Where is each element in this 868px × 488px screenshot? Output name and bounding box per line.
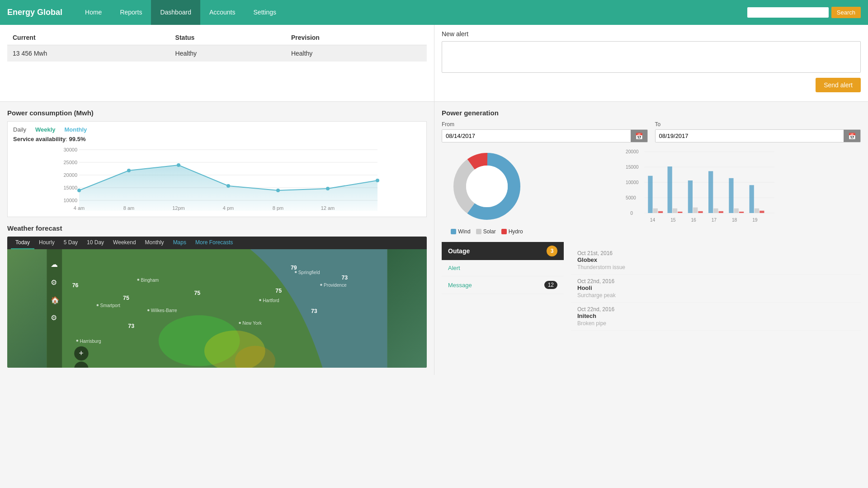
svg-text:14: 14: [650, 218, 656, 223]
svg-rect-92: [760, 211, 764, 213]
svg-rect-87: [729, 178, 733, 213]
incident-1-date: Oct 21st, 2016: [577, 250, 854, 256]
svg-point-16: [326, 187, 330, 190]
svg-text:Wilkes-Barre: Wilkes-Barre: [151, 308, 177, 313]
solar-label: Solar: [483, 228, 496, 235]
svg-point-42: [76, 340, 78, 341]
legend-solar: Solar: [476, 228, 496, 235]
svg-text:⚙: ⚙: [51, 279, 57, 286]
gen-charts-row: Wind Solar Hydro: [442, 148, 861, 235]
svg-point-38: [97, 304, 99, 306]
svg-point-40: [147, 309, 149, 311]
weather-tab-today[interactable]: Today: [11, 237, 34, 249]
weather-tab-monthly[interactable]: Monthly: [141, 237, 169, 249]
send-alert-button[interactable]: Send alert: [816, 78, 861, 92]
svg-point-14: [226, 184, 230, 188]
weather-map: Today Hourly 5 Day 10 Day Weekend Monthl…: [7, 237, 427, 368]
from-date-wrap: 📅: [442, 129, 648, 142]
incident-item-2: Oct 22nd, 2016 Hooli Surcharge peak: [571, 275, 861, 303]
weather-tab-10day[interactable]: 10 Day: [82, 237, 108, 249]
current-col-header: Current: [7, 30, 170, 45]
svg-text:🏠: 🏠: [51, 296, 60, 304]
outage-count-badge: 3: [547, 246, 557, 256]
svg-text:75: 75: [123, 295, 129, 301]
svg-text:12 am: 12 am: [321, 205, 335, 211]
status-col-header: Status: [170, 30, 286, 45]
svg-text:−: −: [79, 365, 83, 368]
weather-tab-more[interactable]: More Forecasts: [191, 237, 237, 249]
weather-tab-hourly[interactable]: Hourly: [34, 237, 59, 249]
status-section: Current Status Prevision 13 456 Mwh Heal…: [0, 25, 434, 101]
weather-tab-maps[interactable]: Maps: [169, 237, 191, 249]
svg-rect-75: [648, 176, 652, 213]
legend-hydro: Hydro: [501, 228, 523, 235]
incident-item-1: Oct 21st, 2016 Globex Thunderstorm issue: [571, 246, 861, 275]
svg-text:⚙: ⚙: [51, 314, 57, 322]
to-date-input[interactable]: [656, 130, 844, 142]
bar-chart: 20000 15000 10000 5000 0: [539, 148, 861, 229]
nav-link-dashboard[interactable]: Dashboard: [151, 0, 200, 25]
search-bar: Search: [747, 7, 861, 18]
consumption-chart: 30000 25000 20000 15000 10000: [36, 145, 421, 211]
weather-title: Weather forecast: [7, 224, 427, 232]
svg-rect-76: [653, 208, 658, 213]
weather-toolbar: Today Hourly 5 Day 10 Day Weekend Monthl…: [7, 237, 427, 249]
nav-links: Home Reports Dashboard Accounts Settings: [76, 0, 285, 25]
hydro-color: [501, 229, 507, 234]
brand-logo: Energy Global: [7, 8, 62, 17]
svg-text:12pm: 12pm: [172, 205, 185, 211]
donut-legend: Wind Solar Hydro: [451, 228, 523, 235]
svg-text:8 am: 8 am: [123, 205, 134, 211]
new-alert-label: New alert: [442, 30, 861, 38]
bar-chart-wrap: 20000 15000 10000 5000 0: [539, 148, 861, 235]
svg-text:20000: 20000: [63, 172, 77, 178]
outage-alert-row[interactable]: Alert: [442, 260, 564, 276]
svg-point-11: [77, 189, 81, 192]
nav-link-home[interactable]: Home: [76, 0, 111, 25]
incident-1-name: Globex: [577, 256, 854, 263]
incident-list: Oct 21st, 2016 Globex Thunderstorm issue…: [571, 242, 861, 335]
tab-weekly[interactable]: Weekly: [35, 126, 56, 133]
from-date-input[interactable]: [442, 130, 631, 142]
service-avail-label: Service availability: [13, 136, 66, 142]
to-calendar-button[interactable]: 📅: [844, 130, 860, 142]
from-calendar-button[interactable]: 📅: [631, 130, 647, 142]
svg-rect-89: [739, 212, 744, 213]
svg-point-12: [127, 169, 131, 172]
search-input[interactable]: [747, 7, 829, 18]
donut-chart-wrap: Wind Solar Hydro: [442, 148, 532, 235]
from-date-field: From 📅: [442, 121, 648, 142]
incident-2-desc: Surcharge peak: [577, 292, 854, 298]
prevision-value: Healthy: [286, 45, 427, 62]
nav-link-reports[interactable]: Reports: [111, 0, 151, 25]
tab-daily[interactable]: Daily: [13, 126, 26, 133]
nav-link-settings[interactable]: Settings: [245, 0, 286, 25]
from-label: From: [442, 121, 648, 128]
svg-point-15: [276, 189, 280, 192]
svg-text:75: 75: [194, 290, 200, 296]
svg-text:8 pm: 8 pm: [273, 205, 283, 211]
to-date-wrap: 📅: [655, 129, 861, 142]
svg-text:19: 19: [752, 218, 758, 223]
svg-text:17: 17: [712, 218, 717, 223]
svg-rect-91: [755, 208, 759, 213]
svg-text:0: 0: [630, 211, 633, 216]
svg-point-64: [466, 166, 508, 207]
weather-tab-5day[interactable]: 5 Day: [59, 237, 82, 249]
outage-message-row[interactable]: Message 12: [442, 276, 564, 294]
nav-link-accounts[interactable]: Accounts: [200, 0, 245, 25]
svg-text:15: 15: [670, 218, 676, 223]
incident-3-desc: Broken pipe: [577, 320, 854, 327]
svg-text:25000: 25000: [63, 160, 77, 165]
alert-textarea[interactable]: [442, 41, 861, 73]
svg-text:15000: 15000: [626, 165, 639, 170]
svg-rect-82: [693, 208, 698, 213]
search-button[interactable]: Search: [831, 7, 861, 18]
weather-tab-weekend[interactable]: Weekend: [108, 237, 140, 249]
incident-1-desc: Thunderstorm issue: [577, 264, 854, 270]
tab-monthly[interactable]: Monthly: [64, 126, 87, 133]
svg-text:New York: New York: [242, 321, 262, 326]
outage-alert-label: Alert: [448, 265, 460, 271]
outage-message-badge: 12: [544, 281, 557, 289]
solar-color: [476, 229, 481, 234]
